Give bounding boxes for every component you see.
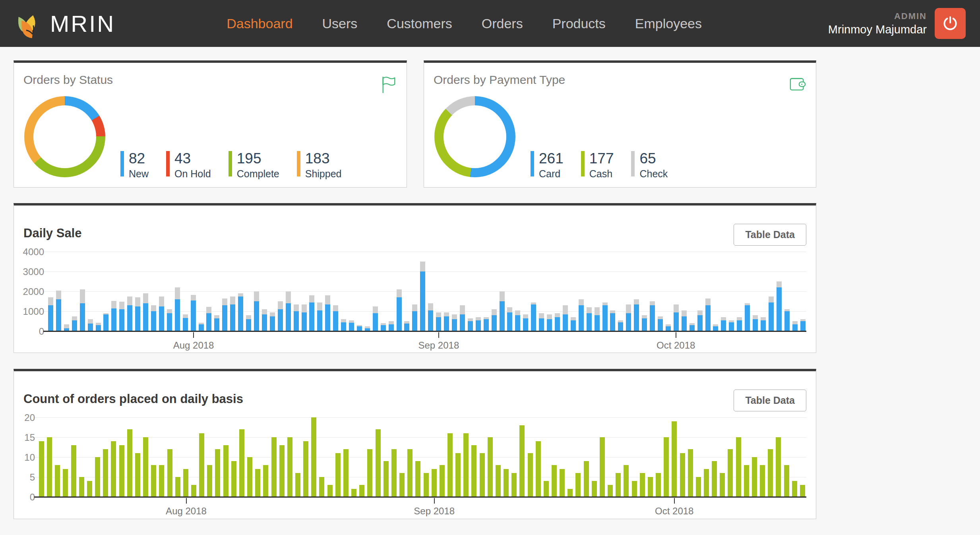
bar[interactable]	[587, 307, 592, 331]
bar[interactable]	[183, 314, 188, 331]
orders-by-status-donut-chart[interactable]	[24, 96, 105, 177]
bar[interactable]	[463, 433, 469, 497]
bar[interactable]	[492, 309, 497, 331]
bar[interactable]	[753, 315, 758, 331]
bar[interactable]	[626, 304, 631, 331]
bar[interactable]	[713, 324, 718, 331]
bar[interactable]	[79, 477, 84, 497]
bar[interactable]	[415, 461, 420, 497]
nav-item-products[interactable]: Products	[552, 16, 606, 31]
bar[interactable]	[579, 299, 584, 331]
bar[interactable]	[351, 489, 356, 497]
bar[interactable]	[215, 449, 220, 497]
bar[interactable]	[159, 297, 164, 331]
bar[interactable]	[319, 477, 324, 497]
bar[interactable]	[96, 323, 101, 331]
bar[interactable]	[784, 309, 790, 331]
nav-item-users[interactable]: Users	[322, 16, 358, 31]
bar[interactable]	[536, 441, 541, 497]
bar[interactable]	[784, 465, 789, 497]
bar[interactable]	[571, 317, 576, 331]
bar[interactable]	[262, 309, 267, 331]
bar[interactable]	[119, 302, 124, 331]
bar[interactable]	[420, 262, 425, 331]
bar[interactable]	[736, 437, 741, 497]
bar[interactable]	[648, 477, 653, 497]
nav-item-customers[interactable]: Customers	[387, 16, 452, 31]
bar[interactable]	[523, 314, 528, 331]
bar[interactable]	[397, 289, 402, 331]
bar[interactable]	[664, 437, 669, 497]
bar[interactable]	[373, 306, 378, 331]
bar[interactable]	[460, 305, 465, 331]
bar[interactable]	[143, 293, 148, 331]
bar[interactable]	[720, 473, 725, 497]
bar[interactable]	[496, 465, 501, 497]
bar[interactable]	[103, 449, 108, 497]
bar[interactable]	[452, 314, 457, 331]
bar[interactable]	[206, 307, 211, 331]
bar[interactable]	[618, 320, 623, 331]
bar[interactable]	[777, 281, 782, 331]
bar[interactable]	[111, 441, 116, 497]
bar[interactable]	[768, 449, 773, 497]
bar[interactable]	[407, 449, 413, 497]
bar[interactable]	[48, 297, 53, 331]
bar[interactable]	[600, 437, 605, 497]
bar[interactable]	[792, 321, 798, 331]
bar[interactable]	[239, 429, 244, 497]
bar[interactable]	[624, 465, 629, 497]
bar[interactable]	[575, 473, 581, 497]
bar[interactable]	[656, 473, 661, 497]
bar[interactable]	[616, 473, 621, 497]
bar[interactable]	[246, 315, 251, 331]
bar[interactable]	[311, 417, 316, 497]
bar[interactable]	[222, 299, 227, 331]
bar[interactable]	[207, 465, 212, 497]
bar[interactable]	[560, 469, 565, 497]
bar[interactable]	[333, 305, 338, 331]
bar[interactable]	[71, 445, 76, 497]
bar[interactable]	[592, 481, 597, 497]
bar[interactable]	[776, 437, 781, 497]
bar[interactable]	[608, 485, 613, 497]
bar[interactable]	[349, 320, 354, 331]
bar[interactable]	[151, 305, 156, 331]
bar[interactable]	[712, 461, 717, 497]
bar[interactable]	[704, 469, 709, 497]
bar[interactable]	[682, 310, 687, 331]
bar[interactable]	[584, 461, 589, 497]
bar[interactable]	[263, 465, 268, 497]
bar[interactable]	[247, 457, 252, 497]
bar[interactable]	[642, 315, 647, 331]
bar[interactable]	[761, 317, 766, 331]
bar[interactable]	[343, 449, 349, 497]
bar[interactable]	[183, 469, 188, 497]
bar[interactable]	[80, 289, 85, 331]
orders-by-payment-donut-chart[interactable]	[434, 96, 515, 177]
bar[interactable]	[688, 449, 693, 497]
bar[interactable]	[56, 291, 61, 331]
bar[interactable]	[167, 309, 172, 331]
bar[interactable]	[552, 465, 557, 497]
bar[interactable]	[539, 313, 544, 331]
bar[interactable]	[640, 473, 645, 497]
bar[interactable]	[271, 437, 277, 497]
bar[interactable]	[286, 291, 291, 331]
bar[interactable]	[255, 469, 260, 497]
bar[interactable]	[317, 302, 322, 331]
bar[interactable]	[440, 465, 445, 497]
bar[interactable]	[295, 473, 300, 497]
nav-item-employees[interactable]: Employees	[635, 16, 702, 31]
bar[interactable]	[357, 325, 362, 331]
bar[interactable]	[302, 304, 307, 331]
bar[interactable]	[602, 302, 608, 331]
brand[interactable]: MRIN	[14, 8, 115, 39]
bar[interactable]	[199, 433, 204, 497]
bar[interactable]	[511, 473, 517, 497]
bar[interactable]	[674, 304, 679, 331]
bar[interactable]	[792, 481, 797, 497]
bar[interactable]	[468, 318, 473, 331]
bar[interactable]	[544, 481, 549, 497]
nav-item-orders[interactable]: Orders	[482, 16, 523, 31]
